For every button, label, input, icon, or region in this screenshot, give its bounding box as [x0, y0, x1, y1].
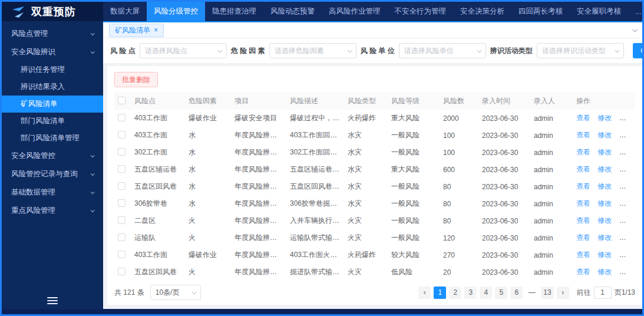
- view-link[interactable]: 查看: [576, 148, 590, 156]
- edit-link[interactable]: 修改: [597, 182, 612, 190]
- view-link[interactable]: 查看: [576, 114, 590, 122]
- next-page-button[interactable]: ›: [557, 287, 569, 299]
- page-number-button[interactable]: —: [526, 287, 538, 299]
- edit-link[interactable]: 修改: [597, 199, 612, 208]
- tab-mine-risk-list[interactable]: 矿风险清单 ×: [109, 24, 164, 37]
- delete-link[interactable]: 删除: [619, 165, 633, 173]
- view-link[interactable]: 查看: [576, 131, 590, 139]
- cell-risk-point: 五盘区回风巷: [131, 264, 185, 280]
- top-nav-item[interactable]: 四回两长考核: [511, 2, 570, 21]
- page-number-button[interactable]: 6: [510, 287, 523, 299]
- cell-risk-num: 120: [440, 229, 478, 246]
- sidebar-item[interactable]: 风险管控记录与查询: [2, 165, 103, 183]
- sidebar-collapse-button[interactable]: [2, 292, 103, 309]
- cell-risk-point: 306胶带巷: [131, 195, 185, 212]
- view-link[interactable]: 查看: [576, 182, 590, 190]
- top-nav-item[interactable]: 高风险作业管理: [322, 2, 388, 21]
- cell-risk-point: 302工作面: [131, 144, 185, 161]
- sidebar-item[interactable]: 部门风险清单管理: [2, 130, 103, 147]
- sidebar-item-label: 重点风险管理: [11, 206, 55, 216]
- chevron-down-icon: [91, 31, 95, 35]
- row-checkbox[interactable]: [118, 165, 126, 173]
- page-number-button[interactable]: 13: [541, 287, 553, 299]
- row-checkbox[interactable]: [118, 199, 126, 207]
- edit-link[interactable]: 修改: [597, 268, 612, 276]
- page-number-button[interactable]: 2: [449, 287, 461, 299]
- activity-type-select[interactable]: 请选择辨识活动类型: [537, 43, 624, 58]
- view-link[interactable]: 查看: [576, 233, 590, 242]
- edit-link[interactable]: 修改: [597, 148, 612, 156]
- row-checkbox[interactable]: [118, 148, 126, 156]
- risk-unit-select[interactable]: 请选择风险单位: [399, 43, 486, 58]
- sidebar-item[interactable]: 辨识结果录入: [2, 78, 103, 96]
- table-wrap: 风险点 危险因素 项目 风险描述 风险类型 风险等级 风险数 录入时间 录入人: [114, 93, 635, 280]
- top-nav-item[interactable]: ...: [628, 2, 644, 21]
- cell-project: 爆破安全项目: [231, 110, 286, 127]
- row-checkbox[interactable]: [118, 182, 126, 190]
- cell-risk-desc: 入井车辆执行不到...: [286, 212, 344, 229]
- row-checkbox[interactable]: [118, 114, 126, 121]
- delete-link[interactable]: 删除: [619, 251, 633, 259]
- view-link[interactable]: 查看: [576, 216, 590, 225]
- jump-page-input[interactable]: [594, 287, 612, 299]
- tab-list-dropdown-icon[interactable]: [632, 27, 637, 32]
- table-row: 五盘区回风巷 火 年度风险辨识评估... 掘进队带式输送机... 火灾 低风险 …: [114, 264, 635, 280]
- select-all-checkbox[interactable]: [118, 97, 126, 104]
- cell-risk-desc: 运输队带式输送机...: [286, 229, 344, 246]
- view-link[interactable]: 查看: [576, 268, 590, 276]
- edit-link[interactable]: 修改: [597, 131, 612, 139]
- risk-point-select[interactable]: 请选择风险点: [140, 43, 227, 58]
- sidebar-item[interactable]: 安全风险管控: [2, 147, 103, 165]
- top-nav-item[interactable]: 风险分级管控: [147, 2, 205, 21]
- sidebar-item[interactable]: 安全风险辨识: [2, 43, 103, 61]
- batch-delete-button[interactable]: 批量删除: [114, 72, 158, 87]
- delete-link[interactable]: 删除: [619, 268, 633, 276]
- delete-link[interactable]: 删除: [619, 199, 633, 208]
- delete-link[interactable]: 删除: [619, 216, 633, 225]
- delete-link[interactable]: 删除: [619, 182, 633, 190]
- edit-link[interactable]: 修改: [597, 233, 612, 242]
- view-link[interactable]: 查看: [576, 251, 590, 259]
- view-link[interactable]: 查看: [576, 165, 590, 173]
- top-nav-item[interactable]: 不安全行为管理: [388, 2, 454, 21]
- sidebar-item[interactable]: 重点风险管理: [2, 202, 103, 220]
- row-checkbox[interactable]: [118, 251, 126, 258]
- edit-link[interactable]: 修改: [597, 165, 612, 173]
- top-nav-item[interactable]: 安全决策分析: [453, 2, 511, 21]
- close-icon[interactable]: ×: [154, 27, 158, 34]
- page-number-button[interactable]: 4: [480, 287, 492, 299]
- edit-link[interactable]: 修改: [597, 114, 612, 122]
- page-size-select[interactable]: 10条/页: [150, 285, 201, 300]
- page-number-button[interactable]: 5: [495, 287, 507, 299]
- delete-link[interactable]: 删除: [619, 148, 633, 156]
- edit-link[interactable]: 修改: [597, 216, 612, 225]
- delete-link[interactable]: 删除: [619, 114, 633, 122]
- page-number-button[interactable]: 3: [464, 287, 477, 299]
- search-button[interactable]: 搜 索: [633, 43, 644, 58]
- row-checkbox[interactable]: [118, 216, 126, 224]
- top-nav-item[interactable]: 数据大屏: [103, 2, 147, 21]
- top-nav-item[interactable]: 隐患排查治理: [205, 2, 263, 21]
- prev-page-button[interactable]: ‹: [418, 287, 431, 299]
- delete-link[interactable]: 删除: [619, 131, 633, 139]
- top-nav-item[interactable]: 风险动态预警: [263, 2, 322, 21]
- edit-link[interactable]: 修改: [597, 251, 612, 259]
- sidebar-item[interactable]: 部门风险清单: [2, 113, 103, 130]
- row-checkbox[interactable]: [118, 233, 126, 241]
- delete-link[interactable]: 删除: [619, 233, 633, 242]
- page-indicator: 页1/13: [615, 288, 635, 298]
- row-checkbox[interactable]: [118, 131, 126, 139]
- row-checkbox[interactable]: [118, 268, 126, 275]
- sidebar-item[interactable]: 矿风险清单: [2, 96, 103, 113]
- top-nav-item[interactable]: 安全履职考核: [570, 2, 628, 21]
- cell-risk-desc: 爆破过程中，非作...: [286, 110, 344, 127]
- sidebar-item[interactable]: 辨识任务管理: [2, 61, 103, 78]
- hazard-factor-select[interactable]: 请选择危险因素: [269, 43, 356, 58]
- sidebar-item[interactable]: 风险点管理: [2, 25, 103, 43]
- filter-label-risk-unit: 风 险 单 位: [361, 46, 395, 56]
- cell-risk-desc: 403工作面回采期...: [286, 127, 344, 144]
- page-number-button[interactable]: 1: [434, 287, 446, 299]
- sidebar-item-label: 部门风险清单: [21, 116, 65, 126]
- sidebar-item[interactable]: 基础数据管理: [2, 183, 103, 202]
- view-link[interactable]: 查看: [576, 199, 590, 208]
